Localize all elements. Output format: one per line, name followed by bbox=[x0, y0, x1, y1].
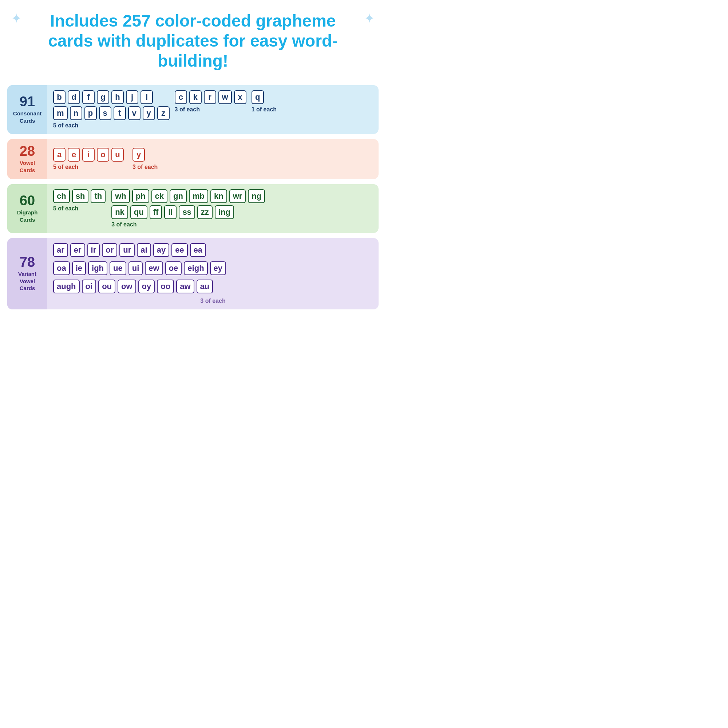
card-oe: oe bbox=[165, 262, 182, 275]
digraph-group-3: wh ph ck gn mb kn wr ng nk qu ff ll bbox=[112, 189, 265, 228]
card-g: g bbox=[97, 90, 109, 104]
vowel-label: 28 VowelCards bbox=[7, 139, 47, 179]
digraph-type: DigraphCards bbox=[17, 209, 38, 223]
card-oa: oa bbox=[53, 262, 70, 275]
vowel-group-5: a e i o u 5 of each bbox=[53, 148, 124, 170]
card-nk: nk bbox=[112, 205, 128, 219]
consonant-type: ConsonantCards bbox=[13, 110, 41, 124]
card-gn: gn bbox=[170, 189, 187, 203]
variant-qty-3: 3 of each bbox=[53, 298, 373, 304]
card-y: y bbox=[143, 106, 155, 120]
card-v: v bbox=[128, 106, 141, 120]
card-ew: ew bbox=[145, 262, 163, 275]
card-ir: ir bbox=[87, 243, 100, 257]
vowel-type: VowelCards bbox=[20, 159, 35, 174]
card-th: th bbox=[91, 189, 106, 203]
card-c: c bbox=[175, 90, 187, 104]
consonant-group-3: c k r w x 3 of each bbox=[175, 90, 246, 113]
consonant-row: b d f g h j l m n p s t v bbox=[53, 90, 373, 129]
consonant-cards-3: c k r w x bbox=[175, 90, 246, 104]
variant-content: ar er ir or ur ai ay ee ea oa ie igh ue … bbox=[47, 238, 379, 309]
vowel-section: 28 VowelCards a e i o u 5 of each y bbox=[7, 139, 379, 179]
card-s: s bbox=[99, 106, 112, 120]
card-z: z bbox=[157, 106, 170, 120]
card-kn: kn bbox=[210, 189, 227, 203]
card-ing: ing bbox=[215, 205, 234, 219]
card-oo: oo bbox=[157, 280, 174, 294]
variant-row2: oa ie igh ue ui ew oe eigh ey bbox=[53, 262, 226, 275]
card-au: au bbox=[197, 280, 213, 294]
variant-type: VariantVowelCards bbox=[18, 271, 37, 292]
consonant-qty-5: 5 of each bbox=[53, 122, 170, 129]
card-w: w bbox=[219, 90, 232, 104]
card-p: p bbox=[84, 106, 97, 120]
card-r: r bbox=[204, 90, 216, 104]
card-u: u bbox=[112, 148, 124, 162]
vowel-row: a e i o u 5 of each y 3 of each bbox=[53, 148, 373, 170]
card-ay: ay bbox=[153, 243, 169, 257]
card-qu: qu bbox=[130, 205, 147, 219]
consonant-cards-5-row2: m n p s t v y z bbox=[53, 106, 170, 120]
vowel-count: 28 bbox=[20, 144, 35, 158]
card-zz: zz bbox=[197, 205, 213, 219]
card-a: a bbox=[53, 148, 66, 162]
card-ui: ui bbox=[128, 262, 143, 275]
card-ai: ai bbox=[137, 243, 151, 257]
main-title: Includes 257 color-coded grapheme cards … bbox=[29, 11, 357, 71]
consonant-label: 91 ConsonantCards bbox=[7, 85, 47, 134]
card-ee: ee bbox=[171, 243, 187, 257]
digraph-cards-5: ch sh th bbox=[53, 189, 106, 203]
card-oi: oi bbox=[82, 280, 96, 294]
card-mb: mb bbox=[189, 189, 208, 203]
digraph-label: 60 DigraphCards bbox=[7, 184, 47, 233]
header: ✦ ✦ Includes 257 color-coded grapheme ca… bbox=[7, 7, 379, 75]
card-m: m bbox=[53, 106, 68, 120]
consonant-qty-3: 3 of each bbox=[175, 106, 246, 113]
consonant-group-5: b d f g h j l m n p s t v bbox=[53, 90, 170, 129]
card-ss: ss bbox=[179, 205, 195, 219]
card-or: or bbox=[102, 243, 117, 257]
card-t: t bbox=[113, 106, 126, 120]
digraph-count: 60 bbox=[20, 194, 35, 208]
card-ur: ur bbox=[119, 243, 135, 257]
digraph-content: ch sh th 5 of each wh ph ck gn mb kn wr bbox=[47, 184, 379, 233]
card-k: k bbox=[189, 90, 202, 104]
card-ie: ie bbox=[72, 262, 86, 275]
consonant-content: b d f g h j l m n p s t v bbox=[47, 85, 379, 134]
card-wr: wr bbox=[229, 189, 246, 203]
star-icon-tl: ✦ bbox=[11, 11, 22, 26]
card-aw: aw bbox=[176, 280, 194, 294]
consonant-qty-1: 1 of each bbox=[252, 106, 277, 113]
card-b: b bbox=[53, 90, 66, 104]
variant-row3: augh oi ou ow oy oo aw au bbox=[53, 280, 213, 294]
digraph-qty-3: 3 of each bbox=[112, 221, 265, 228]
card-j: j bbox=[126, 90, 138, 104]
card-ou: ou bbox=[98, 280, 115, 294]
consonant-cards-1: q bbox=[252, 90, 264, 104]
digraph-cards-3-row2: nk qu ff ll ss zz ing bbox=[112, 205, 234, 219]
variant-count: 78 bbox=[20, 255, 35, 269]
card-x: x bbox=[234, 90, 246, 104]
consonant-cards-5-row1: b d f g h j l bbox=[53, 90, 153, 104]
card-wh: wh bbox=[112, 189, 130, 203]
card-augh: augh bbox=[53, 280, 80, 294]
digraph-row: ch sh th 5 of each wh ph ck gn mb kn wr bbox=[53, 189, 373, 228]
variant-cards-area: ar er ir or ur ai ay ee ea oa ie igh ue … bbox=[53, 243, 373, 304]
card-igh: igh bbox=[88, 262, 107, 275]
vowel-qty-3: 3 of each bbox=[133, 164, 158, 170]
card-sh: sh bbox=[72, 189, 89, 203]
card-d: d bbox=[68, 90, 80, 104]
card-ff: ff bbox=[150, 205, 162, 219]
card-ph: ph bbox=[132, 189, 149, 203]
digraph-section: 60 DigraphCards ch sh th 5 of each wh ph bbox=[7, 184, 379, 233]
vowel-qty-5: 5 of each bbox=[53, 164, 124, 170]
card-ey: ey bbox=[210, 262, 226, 275]
digraph-group-5: ch sh th 5 of each bbox=[53, 189, 106, 212]
variant-section: 78 VariantVowelCards ar er ir or ur ai a… bbox=[7, 238, 379, 309]
card-f: f bbox=[82, 90, 95, 104]
card-ng: ng bbox=[248, 189, 265, 203]
card-h: h bbox=[112, 90, 124, 104]
card-n: n bbox=[70, 106, 82, 120]
digraph-cards-3-row1: wh ph ck gn mb kn wr ng bbox=[112, 189, 265, 203]
consonant-count: 91 bbox=[20, 95, 35, 109]
